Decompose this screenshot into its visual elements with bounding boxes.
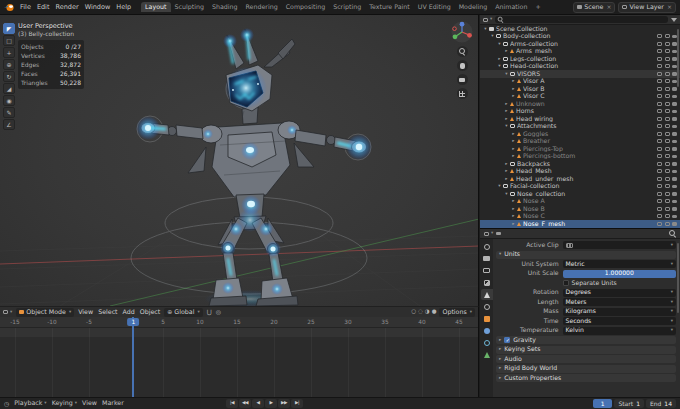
timeline[interactable]: -15-10-551015202530354045 1 — [0, 317, 479, 397]
exclude-checkbox-icon[interactable] — [657, 79, 662, 83]
expand-arrow-icon[interactable]: ▸ — [510, 79, 517, 84]
unit-checkbox-separate-units[interactable]: Separate Units — [563, 280, 676, 286]
disable-viewport-icon[interactable] — [665, 64, 670, 68]
exclude-checkbox-icon[interactable] — [657, 57, 662, 61]
section-keying-sets[interactable]: ▸Keying Sets — [496, 346, 676, 354]
disable-viewport-icon[interactable] — [665, 34, 670, 38]
navigation-gizmo[interactable] — [451, 21, 473, 43]
outliner-row-nose-a[interactable]: ▸Nose A — [480, 198, 680, 206]
properties-tab-object[interactable] — [481, 313, 493, 324]
expand-arrow-icon[interactable]: ▾ — [503, 72, 510, 77]
expand-arrow-icon[interactable]: ▸ — [510, 139, 517, 144]
expand-arrow-icon[interactable]: ▸ — [510, 199, 517, 204]
outliner-row-visor-b[interactable]: ▸Visor B — [480, 85, 680, 93]
exclude-checkbox-icon[interactable] — [657, 169, 662, 173]
disable-viewport-icon[interactable] — [665, 199, 670, 203]
timeline-menu-view[interactable]: View — [82, 400, 97, 406]
disable-viewport-icon[interactable] — [665, 117, 670, 121]
exclude-checkbox-icon[interactable] — [657, 154, 662, 158]
outliner-row-nose-collection[interactable]: ▾Nose_collection — [480, 190, 680, 198]
orientation-dropdown[interactable]: ⊕ Global ▾ — [164, 308, 202, 317]
properties-tab-tool[interactable] — [481, 241, 493, 252]
expand-arrow-icon[interactable]: ▸ — [503, 49, 510, 54]
properties-scrollbar[interactable] — [677, 243, 679, 313]
editor-type-icon[interactable]: ▾ — [483, 17, 492, 22]
disable-viewport-icon[interactable] — [665, 49, 670, 53]
exclude-checkbox-icon[interactable] — [657, 102, 662, 106]
disable-viewport-icon[interactable] — [665, 207, 670, 211]
filter-icon[interactable] — [671, 18, 677, 22]
workspace-tab-rendering[interactable]: Rendering — [242, 2, 282, 12]
outliner-row-nose-b[interactable]: ▸Nose B — [480, 205, 680, 213]
expand-arrow-icon[interactable]: ▸ — [503, 169, 510, 174]
outliner-row-attachments[interactable]: ▾Attachments — [480, 123, 680, 131]
workspace-tab-sculpting[interactable]: Sculpting — [171, 2, 208, 12]
disable-render-icon[interactable] — [672, 162, 677, 166]
exclude-checkbox-icon[interactable] — [657, 64, 662, 68]
shading-wireframe-icon[interactable]: ○ — [411, 309, 416, 315]
outliner-row-head-under-mesh[interactable]: ▸Head_under_mesh — [480, 175, 680, 183]
outliner-row-nose-f-mesh[interactable]: ▸Nose_F_mesh — [480, 220, 680, 228]
viewport-menu-select[interactable]: Select — [98, 309, 117, 315]
outliner-row-visors[interactable]: ▾VISORS — [480, 70, 680, 78]
menu-window[interactable]: Window — [82, 2, 114, 13]
section-audio[interactable]: ▸Audio — [496, 355, 676, 363]
expand-arrow-icon[interactable]: ▾ — [503, 124, 510, 129]
menu-help[interactable]: Help — [113, 2, 134, 13]
tool-select-box-icon[interactable]: □ — [3, 35, 15, 46]
disable-render-icon[interactable] — [672, 147, 677, 151]
expand-arrow-icon[interactable]: ▸ — [510, 87, 517, 92]
start-frame-field[interactable]: Start 1 — [614, 399, 644, 408]
unit-field-rotation[interactable]: Degrees▾ — [563, 289, 676, 297]
disable-render-icon[interactable] — [672, 177, 677, 181]
disable-viewport-icon[interactable] — [665, 162, 670, 166]
disable-render-icon[interactable] — [672, 132, 677, 136]
unit-field-length[interactable]: Meters▾ — [563, 298, 676, 306]
outliner-row-arms-mesh[interactable]: ▸Arms_mesh — [480, 48, 680, 56]
search-icon[interactable] — [669, 230, 676, 237]
outliner-row-nose-c[interactable]: ▸Nose C — [480, 213, 680, 221]
unlink-scene-icon[interactable]: × — [606, 4, 611, 10]
playhead[interactable] — [132, 317, 134, 397]
exclude-checkbox-icon[interactable] — [657, 109, 662, 113]
properties-tab-view-layer[interactable] — [481, 277, 493, 288]
disable-viewport-icon[interactable] — [665, 222, 670, 226]
disable-viewport-icon[interactable] — [665, 102, 670, 106]
exclude-checkbox-icon[interactable] — [657, 199, 662, 203]
view-layer-selector[interactable]: View Layer × — [618, 2, 676, 13]
exclude-checkbox-icon[interactable] — [657, 87, 662, 91]
tool-scale-icon[interactable]: ◢ — [3, 83, 15, 94]
shading-rendered-icon[interactable]: ● — [432, 309, 437, 315]
editor-type-icon[interactable]: ▾ — [484, 231, 493, 236]
tool-annotate-icon[interactable]: ✎ — [3, 107, 15, 118]
outliner-search-input[interactable] — [495, 16, 668, 23]
exclude-checkbox-icon[interactable] — [657, 117, 662, 121]
expand-arrow-icon[interactable]: ▸ — [503, 117, 510, 122]
expand-arrow-icon[interactable]: ▾ — [496, 42, 503, 47]
disable-viewport-icon[interactable] — [665, 57, 670, 61]
outliner-row-legs-collection[interactable]: ▸Legs-collection — [480, 55, 680, 63]
disable-viewport-icon[interactable] — [665, 177, 670, 181]
disable-viewport-icon[interactable] — [665, 169, 670, 173]
expand-arrow-icon[interactable]: ▾ — [496, 184, 503, 189]
unit-field-mass[interactable]: Kilograms▾ — [563, 308, 676, 316]
workspace-tab-scripting[interactable]: Scripting — [329, 2, 365, 12]
disable-render-icon[interactable] — [672, 95, 677, 99]
workspace-tab-compositing[interactable]: Compositing — [282, 2, 329, 12]
exclude-checkbox-icon[interactable] — [657, 222, 662, 226]
disable-viewport-icon[interactable] — [665, 132, 670, 136]
proportional-editing-icon[interactable]: ◎ — [216, 309, 221, 315]
active-clip-field[interactable]: ▾ — [563, 241, 676, 249]
disable-viewport-icon[interactable] — [665, 147, 670, 151]
disable-render-icon[interactable] — [672, 200, 677, 204]
tool-transform-icon[interactable]: ◉ — [3, 95, 15, 106]
unit-field-temperature[interactable]: Kelvin▾ — [563, 327, 676, 335]
disable-viewport-icon[interactable] — [665, 109, 670, 113]
camera-view-icon[interactable] — [457, 74, 468, 85]
expand-arrow-icon[interactable]: ▸ — [510, 132, 517, 137]
outliner-row-goggles[interactable]: ▸Goggles — [480, 130, 680, 138]
workspace-tab-layout[interactable]: Layout — [141, 2, 170, 12]
exclude-checkbox-icon[interactable] — [657, 192, 662, 196]
play-button[interactable]: ▶ — [265, 399, 277, 408]
disable-render-icon[interactable] — [672, 192, 677, 196]
